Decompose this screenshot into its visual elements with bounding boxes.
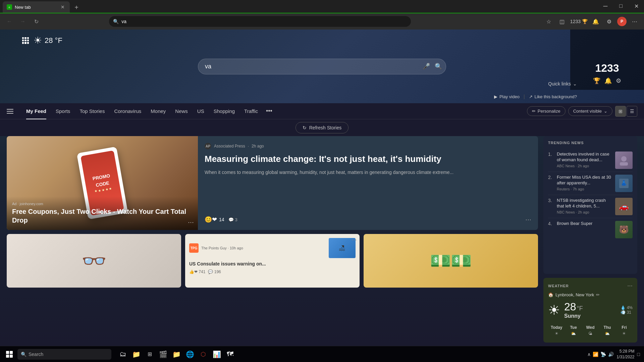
trending-thumb-2: 👗 [615,175,633,192]
notification-center-icon[interactable]: □ [637,352,640,357]
card-footer: 😊❤ 14 💬 3 ⋯ [205,216,531,223]
address-search-icon: 🔍 [113,19,119,24]
like-bg-label: Like this background? [535,94,577,99]
weather-header: WEATHER ⋯ [548,283,633,289]
back-button[interactable]: ← [4,16,15,27]
search-placeholder: Search [29,352,43,357]
trending-item-3[interactable]: 3. NTSB investigating crash that left 4 … [548,195,633,218]
network-icon[interactable]: 📶 [593,352,598,357]
taskbar-app-edge[interactable]: 🗺 [224,348,236,360]
more-button[interactable]: ⋯ [629,16,640,27]
settings-button[interactable]: ⚙ [604,16,614,27]
trending-item-4[interactable]: 4. Brown Bear Super 🐻 [548,218,633,241]
small-card-travel[interactable]: TPG The Points Guy · 10h ago 🏖 US Consul… [185,234,360,288]
travel-time-ago: · 10h ago [228,246,243,250]
collections-button[interactable]: ◫ [557,16,568,27]
grid-menu-button[interactable] [20,35,31,46]
favorites-button[interactable]: ☆ [543,16,554,27]
trending-num-3: 3. [548,198,553,203]
nav-item-label: Top Stories [79,108,105,114]
edit-location-icon[interactable]: ✏ [596,292,600,297]
weather-condition-icon: ☀ [548,302,560,318]
new-tab-button[interactable]: + [71,2,82,13]
refresh-bar: ↻ Refresh Stories [0,119,644,136]
quick-links-container[interactable]: Quick links ⌄ [548,81,577,86]
start-button[interactable] [4,349,15,360]
content-visible-button[interactable]: Content visible ⌄ [568,106,612,116]
forecast-day-today: Today ☀ [548,323,565,338]
refresh-button[interactable]: ↻ [31,16,42,27]
profile-avatar[interactable]: P [617,17,627,26]
address-bar-input-wrap[interactable]: 🔍 va [109,16,411,27]
comment-number: 3 [235,217,237,222]
forward-button[interactable]: → [17,16,28,27]
notifications-button[interactable]: 🔔 [590,16,601,27]
hamburger-menu-button[interactable] [7,106,17,117]
wifi-icon[interactable]: 📡 [600,352,606,357]
system-clock[interactable]: 5:28 PM 1/31/2022 [616,349,634,360]
taskbar-app-filezilla[interactable]: ⬡ [197,348,209,360]
travel-card-menu[interactable]: ⋯ [352,237,357,243]
personalize-button[interactable]: ✏ Personalize [527,106,566,116]
weather-sun-icon: ☀ [34,35,42,46]
active-tab[interactable]: e New tab ✕ [3,1,70,13]
weather-menu-button[interactable]: ⋯ [627,283,633,289]
up-arrow-icon[interactable]: ∧ [587,352,591,357]
address-input[interactable]: va [121,19,407,24]
taskbar-app-file-explorer[interactable]: 📁 [130,348,142,360]
featured-right-title[interactable]: Measuring climate change: It's not just … [205,154,531,165]
taskbar-app-files[interactable]: 🗂 [117,348,129,360]
taskbar-app-teams[interactable]: 🎬 [157,348,169,360]
trending-time-1: 2h ago [578,164,589,168]
hero-search-input[interactable] [198,59,446,74]
trending-item-2[interactable]: 2. Former Miss USA dies at 30 after appa… [548,172,633,195]
microphone-icon[interactable]: 🎤 [423,63,430,70]
nav-item-shopping[interactable]: Shopping [209,103,239,119]
svg-text:👗: 👗 [621,180,627,186]
tab-label: New tab [15,5,31,10]
list-view-button[interactable]: ☰ [627,106,637,117]
taskbar-app-calculator[interactable]: 📊 [211,348,223,360]
nav-item-news[interactable]: News [170,103,193,119]
taskbar-app-folder[interactable]: 📁 [170,348,182,360]
like-background-button[interactable]: ↗ Like this background? [529,94,577,99]
nav-more-button[interactable]: ••• [263,103,276,119]
refresh-stories-button[interactable]: ↻ Refresh Stories [296,122,348,133]
forecast-icon: ☀ [616,331,632,336]
close-window-button[interactable]: ✕ [629,0,644,13]
taskbar-app-chrome[interactable]: 🌐 [184,348,196,360]
nav-item-coronavirus[interactable]: Coronavirus [109,103,146,119]
forecast-icon: ☀ [549,331,564,336]
card-menu-button[interactable]: ⋯ [188,219,194,226]
hero-search-button[interactable]: 🔍 [435,63,442,70]
trending-thumb-4: 🐻 [615,221,633,238]
minimize-button[interactable]: ─ [598,0,613,13]
nav-item-label: News [175,108,188,114]
trending-thumb-3: 🚗 [615,198,633,215]
svg-text:e: e [9,6,10,9]
nav-item-money[interactable]: Money [146,103,170,119]
nav-item-sports[interactable]: Sports [51,103,75,119]
score-value: 1233 [570,19,581,24]
edit-icon: ✏ [532,109,536,114]
nav-item-my-feed[interactable]: My Feed [21,103,51,119]
play-video-button[interactable]: ▶ Play video [494,94,520,99]
view-toggle: ⊞ ☰ [615,106,637,117]
featured-left-title[interactable]: Free Coupons, Just Two Clicks - Watch Yo… [12,207,193,225]
win-quad [6,355,9,358]
taskbar-app-grid[interactable]: ⊞ [144,348,156,360]
tab-close-button[interactable]: ✕ [60,4,66,10]
small-card-money[interactable]: 💵💵 [364,234,538,288]
maximize-button[interactable]: □ [613,0,629,13]
grid-view-button[interactable]: ⊞ [615,106,626,117]
panel-score: 1233 [595,62,619,74]
trending-item-1[interactable]: 1. Detectives involved in case of woman … [548,149,633,172]
taskbar-search[interactable]: 🔍 Search [17,349,111,360]
volume-icon[interactable]: 🔊 [608,352,614,357]
weather-location: 🏠 Lynbrook, New York ✏ [548,292,633,297]
article-menu-button[interactable]: ⋯ [525,216,531,223]
small-card-glasses[interactable]: 👓 [7,234,181,288]
nav-item-top-stories[interactable]: Top Stories [75,103,109,119]
nav-item-traffic[interactable]: Traffic [239,103,263,119]
nav-item-us[interactable]: US [193,103,209,119]
